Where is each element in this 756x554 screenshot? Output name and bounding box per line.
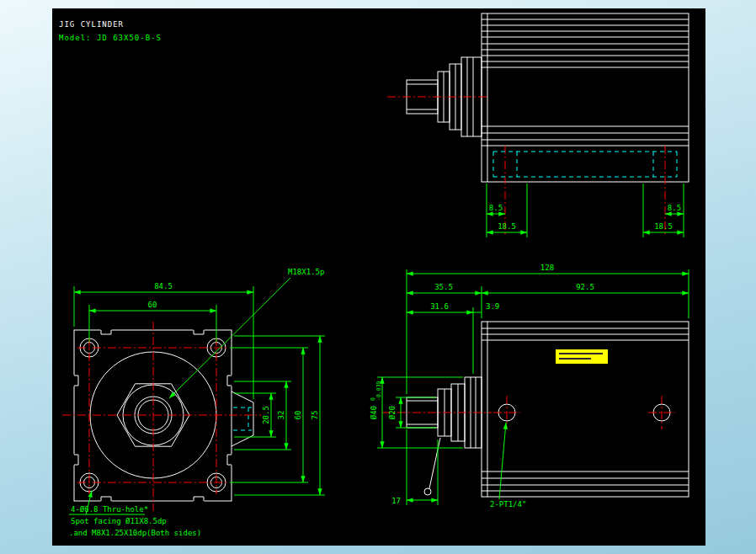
- title-block: JIG CYLINDER Model: JD 63X50-B-S: [59, 20, 162, 42]
- front-view: 84.5 60 20.5 32 60 75 M18X1.5p 4-Ø6.8 Th…: [62, 268, 325, 537]
- note-line-3: .and M8X1.25X10dp(Both sides): [69, 529, 201, 537]
- hidden-port-lines: [233, 408, 252, 430]
- thread-callout: M18X1.5p: [288, 268, 324, 276]
- note-line-2: Spot facing Ø11X8.5dp: [71, 517, 167, 525]
- piston-rod-assembly-section: [407, 377, 482, 495]
- dims-side-view: 8.5 18.5 8.5 18.5: [487, 184, 684, 237]
- dim-dia-20: Ø20: [388, 406, 397, 419]
- side-port-boss: [232, 392, 253, 446]
- dim-60-vertical: 60: [294, 411, 302, 420]
- dim-35-5: 35.5: [434, 283, 453, 291]
- dim-20-5: 20.5: [262, 406, 270, 424]
- cylinder-body-outline: [482, 13, 689, 182]
- dim-3-9: 3.9: [486, 302, 499, 311]
- dims-front-view: 84.5 60 20.5 32 60 75 M18X1.5p: [74, 268, 325, 495]
- dim-18-5-left: 18.5: [498, 222, 516, 231]
- note-line-1: 4-Ø6.8 Thru-hole*: [71, 505, 148, 514]
- centerlines-side-view: [387, 97, 665, 234]
- dim-84-5: 84.5: [154, 282, 173, 290]
- dim-75: 75: [311, 411, 319, 420]
- side-view: 8.5 18.5 8.5 18.5: [387, 13, 689, 237]
- dim-17: 17: [391, 497, 401, 505]
- page-title: JIG CYLINDER: [59, 20, 124, 29]
- cylinder-body-section: [482, 322, 689, 497]
- app-background: JIG CYLINDER Model: JD 63X50-B-S: [0, 0, 756, 554]
- dim-92-5: 92.5: [576, 283, 594, 291]
- model-label: Model: JD 63X50-B-S: [59, 34, 162, 42]
- section-view: 128 35.5 92.5 31.6 3.9 Ø40 0 -0.039 Ø20 …: [370, 264, 689, 509]
- dim-boss-dia: Ø40 0 -0.039: [370, 381, 382, 419]
- dim-dia-40: Ø40: [370, 406, 378, 419]
- dim-dia-40-tol-lower: -0.039: [375, 381, 382, 401]
- cad-drawing: JIG CYLINDER Model: JD 63X50-B-S: [52, 8, 705, 546]
- dim-18-5-right: 18.5: [654, 222, 673, 231]
- dim-128: 128: [540, 264, 554, 272]
- drawing-canvas[interactable]: JIG CYLINDER Model: JD 63X50-B-S: [52, 8, 705, 546]
- port-callout: 2-PT1/4": [490, 500, 526, 509]
- dim-31-6: 31.6: [430, 302, 449, 311]
- dim-8-5-left: 8.5: [489, 204, 503, 212]
- hole-notes: 4-Ø6.8 Thru-hole* Spot facing Ø11X8.5dp …: [69, 491, 201, 537]
- dim-60-horizontal: 60: [148, 301, 157, 309]
- hidden-sensor-slot: [493, 152, 677, 177]
- dim-32: 32: [277, 411, 285, 420]
- dim-lines-section-view: [377, 269, 689, 505]
- dim-8-5-right: 8.5: [668, 204, 681, 212]
- port-holes: [498, 404, 670, 421]
- brand-plate: [556, 349, 608, 364]
